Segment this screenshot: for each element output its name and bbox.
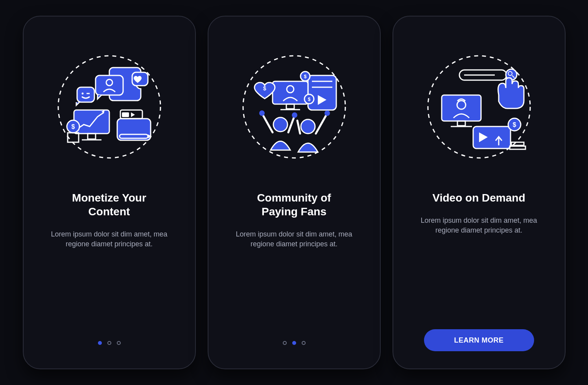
svg-line-36 [288,117,294,132]
svg-rect-57 [510,146,525,149]
community-fans-icon: $ $ $ [235,48,353,166]
onboarding-screen-2: $ $ $ Community of Paying Fans Lorem ips… [208,16,381,369]
page-dot-2[interactable] [292,341,296,345]
page-dot-1[interactable] [283,341,287,345]
onboarding-screen-3: $ Video on Demand Lorem ipsum dolor sit … [393,16,566,369]
svg-rect-26 [286,104,294,109]
onboarding-title: Video on Demand [433,191,525,205]
svg-point-41 [324,110,330,116]
svg-point-5 [81,93,83,95]
page-dot-3[interactable] [302,341,306,345]
svg-rect-13 [117,119,151,140]
monetize-content-icon: $ [50,48,168,166]
page-indicator [98,341,121,345]
page-dot-1[interactable] [98,341,102,345]
svg-line-40 [316,115,326,134]
svg-rect-20 [308,75,336,110]
svg-text:$: $ [71,123,75,130]
svg-point-33 [273,117,288,132]
svg-rect-15 [122,112,129,117]
svg-rect-56 [511,142,524,145]
svg-text:$: $ [308,97,310,102]
learn-more-button[interactable]: LEARN MORE [424,329,534,351]
svg-marker-16 [131,112,135,117]
svg-rect-4 [77,87,94,102]
page-indicator [283,341,306,345]
svg-text:$: $ [304,74,306,79]
svg-rect-7 [74,110,109,134]
svg-point-35 [259,110,265,116]
svg-point-38 [301,119,315,134]
svg-rect-8 [88,134,96,139]
onboarding-body: Lorem ipsum dolor sit dim amet, mea regi… [231,229,357,249]
page-dot-2[interactable] [107,341,111,345]
onboarding-body: Lorem ipsum dolor sit dim amet, mea regi… [416,216,542,235]
onboarding-title: Community of Paying Fans [257,191,331,218]
onboarding-screen-1: $ Monetize Your Content Lorem ipsum dolo… [23,16,196,369]
svg-rect-50 [457,121,465,126]
svg-line-34 [263,115,273,132]
svg-text:$: $ [263,85,266,92]
svg-line-39 [297,121,300,134]
svg-rect-52 [473,126,511,148]
onboarding-body: Lorem ipsum dolor sit dim amet, mea regi… [46,229,172,249]
svg-rect-12 [68,133,79,142]
video-on-demand-icon: $ [420,48,538,166]
svg-text:$: $ [512,121,516,128]
svg-point-37 [292,112,297,118]
page-dot-3[interactable] [117,341,121,345]
onboarding-title: Monetize Your Content [72,191,146,218]
